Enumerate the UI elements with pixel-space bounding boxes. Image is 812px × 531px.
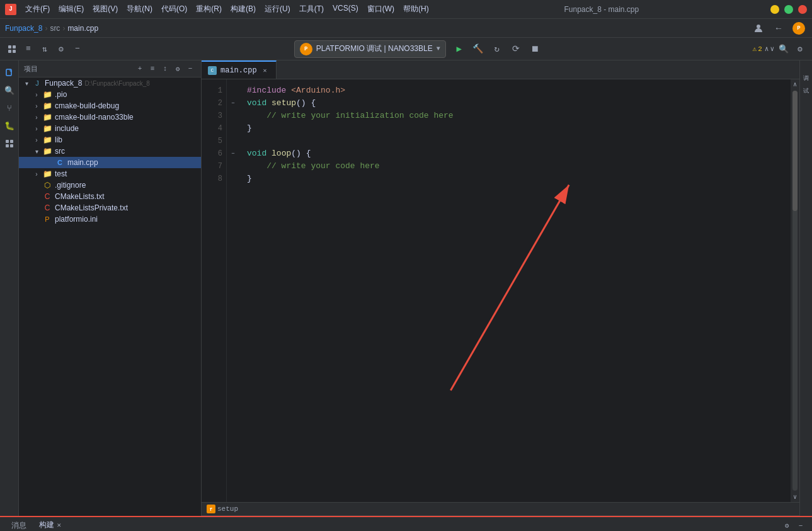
navbar: Funpack_8 › src › main.cpp ← P [0,19,812,38]
close-button[interactable] [798,5,807,14]
breadcrumb-project[interactable]: Funpack_8 [5,24,42,33]
tree-item-cmake-debug[interactable]: › 📁 cmake-build-debug [19,100,201,111]
sidebar-debug-icon[interactable]: 🐛 [2,118,17,134]
tree-item-platformio-ini[interactable]: P platformio.ini [19,214,201,225]
minimize-button[interactable] [770,5,779,14]
back-button[interactable]: ← [770,20,787,37]
tree-item-lib[interactable]: › 📁 lib [19,134,201,146]
gutter-warn-empty-2 [782,97,791,110]
gutter-line-7 [227,160,239,173]
tree-minus-icon[interactable]: − [185,63,196,74]
code-content[interactable]: #include <Arduino.h> void setup () { // … [239,79,782,502]
search-icon[interactable]: 🔍 [777,42,791,56]
sidebar-extensions-icon[interactable] [2,136,17,151]
menu-nav[interactable]: 导航(N) [123,3,156,16]
scroll-down-icon[interactable]: ∨ [793,493,797,501]
menu-code[interactable]: 代码(O) [157,3,191,16]
tree-item-src[interactable]: ▾ 📁 src [19,146,201,157]
reload-button[interactable]: ↻ [489,41,505,57]
tree-settings-icon[interactable]: ⚙ [172,63,183,74]
folder-lib-icon: 📁 [42,135,53,144]
sort-icon[interactable]: ↕ [159,63,171,74]
toolbar-center: P PLATFORMIO 调试 | NANO33BLE ▼ ▶ 🔨 ↻ ⟳ ⏹ [87,40,750,58]
gutter-warn-empty-1 [782,84,791,97]
tree-item-test[interactable]: › 📁 test [19,168,201,180]
file-cpp-icon: C [54,159,66,166]
menu-refactor[interactable]: 重构(R) [192,3,226,16]
list-icon[interactable]: ≡ [21,42,35,56]
sidebar-search-icon[interactable]: 🔍 [2,83,17,98]
menu-file[interactable]: 文件(F) [21,3,54,16]
breadcrumb-src[interactable]: src [50,24,60,33]
chevron-right-icon: › [31,125,42,132]
tree-item-include[interactable]: › 📁 include [19,123,201,134]
menu-build[interactable]: 构建(B) [227,3,260,16]
tree-item-cmake-private[interactable]: C CMakeListsPrivate.txt [19,202,201,214]
gutter-line-3 [227,110,239,122]
titlebar: J 文件(F) 编辑(E) 视图(V) 导航(N) 代码(O) 重构(R) 构建… [0,0,812,19]
tab-messages[interactable]: 消息 [5,517,33,531]
breadcrumb-file[interactable]: main.cpp [67,24,98,33]
tree-label-pio: .pio [55,90,67,99]
gutter-line-6: − [227,147,239,160]
fold-btn-setup[interactable]: − [231,97,234,110]
breadcrumb-func: f setup [207,505,238,513]
editor-scrollbar[interactable]: ∧ ∨ [791,79,799,502]
gutter-line-1 [227,84,239,97]
tree-label-cmake: CMakeLists.txt [55,192,105,201]
user-icon-btn[interactable] [750,20,767,37]
token-comment-3: // write your initialization code here [247,110,454,122]
tab-build-close-icon[interactable]: ✕ [57,522,62,528]
menu-edit[interactable]: 编辑(E) [55,3,88,16]
expand-up-icon[interactable]: ∧ [765,45,769,53]
minus-icon[interactable]: − [71,42,84,56]
menu-vcs[interactable]: VCS(S) [329,3,362,16]
svg-rect-8 [6,144,9,147]
settings2-icon[interactable]: ⚙ [793,42,807,56]
menu-view[interactable]: 视图(V) [89,3,122,16]
bottom-settings-icon[interactable]: ⚙ [781,520,793,532]
tree-item-cmake-nano[interactable]: › 📁 cmake-build-nano33ble [19,111,201,123]
new-file-icon[interactable]: + [134,63,146,74]
right-sidebar-icon-2: 试 [801,78,811,88]
chevron-right-icon: › [31,137,42,144]
menu-tools[interactable]: 工具(T) [295,3,328,16]
platformio-config-btn[interactable]: P PLATFORMIO 调试 | NANO33BLE ▼ [294,40,446,58]
menu-window[interactable]: 窗口(W) [363,3,398,16]
maximize-button[interactable] [784,5,793,14]
menu-help[interactable]: 帮助(H) [399,3,433,16]
collapse-all-icon[interactable]: ≡ [147,63,158,74]
code-editor[interactable]: 1 2 3 4 5 6 7 8 − − [202,79,799,502]
expand-down-icon[interactable]: ∨ [770,45,774,53]
tree-item-maincpp[interactable]: C main.cpp [19,157,201,168]
scroll-track[interactable] [792,91,798,491]
right-gutter [782,79,791,502]
file-tree-header: 项目 + ≡ ↕ ⚙ − [19,60,201,77]
align-icon[interactable]: ⇅ [38,42,52,56]
build-button[interactable]: 🔨 [470,41,486,57]
run-button[interactable]: ▶ [451,41,467,57]
sidebar-files-icon[interactable] [2,66,17,81]
bottom-minus-icon[interactable]: − [794,520,807,532]
stop-button[interactable]: ⏹ [527,41,543,57]
sidebar-git-icon[interactable]: ⑂ [2,101,17,116]
sync-button[interactable]: ⟳ [508,41,524,57]
settings-icon[interactable]: ⚙ [54,42,68,56]
platformio-label: PLATFORMIO 调试 | NANO33BLE [316,43,433,54]
tab-maincpp[interactable]: C main.cpp ✕ [202,60,277,79]
scroll-up-icon[interactable]: ∧ [793,81,797,88]
tree-item-gitignore[interactable]: ⬡ .gitignore [19,180,201,191]
tab-close-icon[interactable]: ✕ [261,66,270,75]
tree-item-pio[interactable]: › 📁 .pio [19,89,201,100]
platformio-home-icon[interactable]: P [791,20,807,37]
fold-btn-loop[interactable]: − [231,147,234,160]
bottom-tabs: 消息 构建 ✕ ⚙ − [0,517,812,531]
tab-build[interactable]: 构建 ✕ [33,517,68,531]
bottom-actions: ⚙ − [781,520,807,532]
menu-run[interactable]: 运行(U) [261,3,294,16]
tree-item-project[interactable]: ▾ J Funpack_8 D:\Funpack\Funpack_8 [19,77,201,89]
function-icon: f [207,505,215,513]
tree-item-cmake[interactable]: C CMakeLists.txt [19,191,201,202]
scroll-thumb[interactable] [792,91,798,211]
warning-badge[interactable]: ⚠ 2 [753,45,762,53]
